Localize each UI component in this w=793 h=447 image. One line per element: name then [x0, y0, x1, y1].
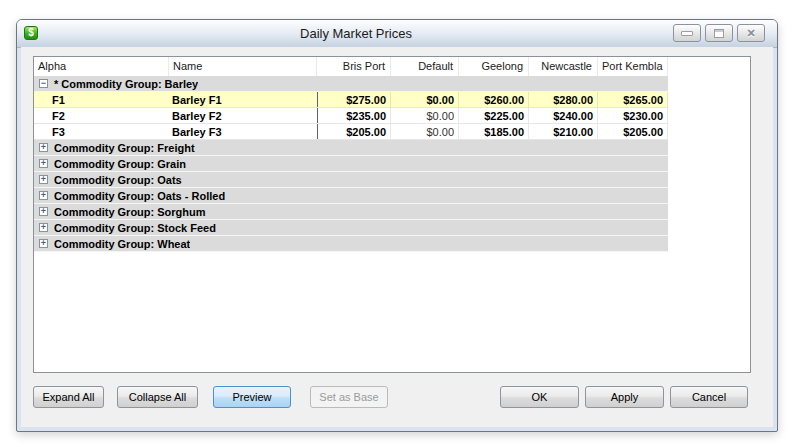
group-row[interactable]: +Commodity Group: Wheat: [34, 236, 668, 252]
group-row[interactable]: +Commodity Group: Oats: [34, 172, 668, 188]
group-row-label: Commodity Group: Grain: [54, 158, 186, 170]
cell-price[interactable]: $205.00: [598, 124, 668, 139]
group-row-label: Commodity Group: Oats: [54, 174, 182, 186]
expand-icon[interactable]: +: [39, 175, 48, 184]
cell-price[interactable]: $0.00: [391, 92, 459, 107]
cell-price[interactable]: $240.00: [529, 108, 598, 123]
table-row[interactable]: F3Barley F3$205.00$0.00$185.00$210.00$20…: [34, 124, 668, 140]
expand-icon[interactable]: +: [39, 191, 48, 200]
cell-alpha: F2: [34, 108, 169, 123]
expand-icon[interactable]: +: [39, 223, 48, 232]
group-row[interactable]: +Commodity Group: Freight: [34, 140, 668, 156]
maximize-icon: [714, 29, 724, 38]
expand-icon[interactable]: +: [39, 207, 48, 216]
cell-name: Barley F1: [169, 92, 317, 107]
column-header-6[interactable]: Port Kembla: [598, 57, 668, 76]
grid-body: −* Commodity Group: BarleyF1Barley F1$27…: [34, 76, 750, 252]
group-row[interactable]: +Commodity Group: Stock Feed: [34, 220, 668, 236]
daily-market-prices-window: $ Daily Market Prices ✕ AlphaNameBris Po…: [16, 19, 778, 432]
cell-price[interactable]: $230.00: [598, 108, 668, 123]
group-row[interactable]: +Commodity Group: Grain: [34, 156, 668, 172]
cell-price[interactable]: $205.00: [317, 124, 391, 139]
cell-price[interactable]: $185.00: [459, 124, 529, 139]
cell-price[interactable]: $235.00: [317, 108, 391, 123]
set-as-base-button: Set as Base: [310, 386, 388, 408]
cell-price[interactable]: $265.00: [598, 92, 668, 107]
grid-header-row: AlphaNameBris PortDefaultGeelongNewcastl…: [34, 57, 750, 76]
group-row[interactable]: +Commodity Group: Sorghum: [34, 204, 668, 220]
cell-price[interactable]: $280.00: [529, 92, 598, 107]
column-header-filler: [668, 57, 750, 76]
cell-alpha: F1: [34, 92, 169, 107]
cell-name: Barley F3: [169, 124, 317, 139]
column-header-0[interactable]: Alpha: [34, 57, 169, 76]
expand-icon[interactable]: +: [39, 239, 48, 248]
cell-price[interactable]: $260.00: [459, 92, 529, 107]
cell-alpha: F3: [34, 124, 169, 139]
expand-all-button[interactable]: Expand All: [33, 386, 104, 408]
table-row[interactable]: F1Barley F1$275.00$0.00$260.00$280.00$26…: [34, 92, 668, 108]
window-title: Daily Market Prices: [17, 26, 695, 41]
group-row-label: Commodity Group: Stock Feed: [54, 222, 216, 234]
group-row-label: Commodity Group: Oats - Rolled: [54, 190, 225, 202]
collapse-icon[interactable]: −: [39, 79, 48, 88]
cell-price[interactable]: $275.00: [317, 92, 391, 107]
group-row-label: Commodity Group: Freight: [54, 142, 195, 154]
ok-button[interactable]: OK: [500, 386, 579, 408]
minimize-icon: [681, 31, 693, 36]
expand-icon[interactable]: +: [39, 159, 48, 168]
apply-button[interactable]: Apply: [585, 386, 664, 408]
column-header-3[interactable]: Default: [391, 57, 459, 76]
group-row-label: Commodity Group: Sorghum: [54, 206, 206, 218]
cell-price[interactable]: $210.00: [529, 124, 598, 139]
cell-price[interactable]: $0.00: [391, 108, 459, 123]
group-row-label: Commodity Group: Wheat: [54, 238, 190, 250]
cell-price[interactable]: $0.00: [391, 124, 459, 139]
cancel-button[interactable]: Cancel: [670, 386, 748, 408]
column-header-4[interactable]: Geelong: [459, 57, 529, 76]
column-header-1[interactable]: Name: [169, 57, 317, 76]
titlebar[interactable]: $ Daily Market Prices ✕: [17, 20, 777, 48]
group-row[interactable]: +Commodity Group: Oats - Rolled: [34, 188, 668, 204]
collapse-all-button[interactable]: Collapse All: [117, 386, 198, 408]
table-row[interactable]: F2Barley F2$235.00$0.00$225.00$240.00$23…: [34, 108, 668, 124]
column-header-5[interactable]: Newcastle: [529, 57, 598, 76]
cell-name: Barley F2: [169, 108, 317, 123]
expand-icon[interactable]: +: [39, 143, 48, 152]
cell-price[interactable]: $225.00: [459, 108, 529, 123]
close-icon: ✕: [746, 28, 755, 39]
minimize-button[interactable]: [673, 24, 701, 42]
dialog-content: AlphaNameBris PortDefaultGeelongNewcastl…: [21, 47, 773, 427]
preview-button[interactable]: Preview: [213, 386, 291, 408]
close-button[interactable]: ✕: [737, 24, 765, 42]
group-row-label: * Commodity Group: Barley: [54, 78, 198, 90]
column-header-2[interactable]: Bris Port: [317, 57, 391, 76]
screen: $ Daily Market Prices ✕ AlphaNameBris Po…: [0, 0, 793, 447]
group-row[interactable]: −* Commodity Group: Barley: [34, 76, 668, 92]
market-prices-grid: AlphaNameBris PortDefaultGeelongNewcastl…: [33, 56, 751, 373]
maximize-button[interactable]: [705, 24, 733, 42]
